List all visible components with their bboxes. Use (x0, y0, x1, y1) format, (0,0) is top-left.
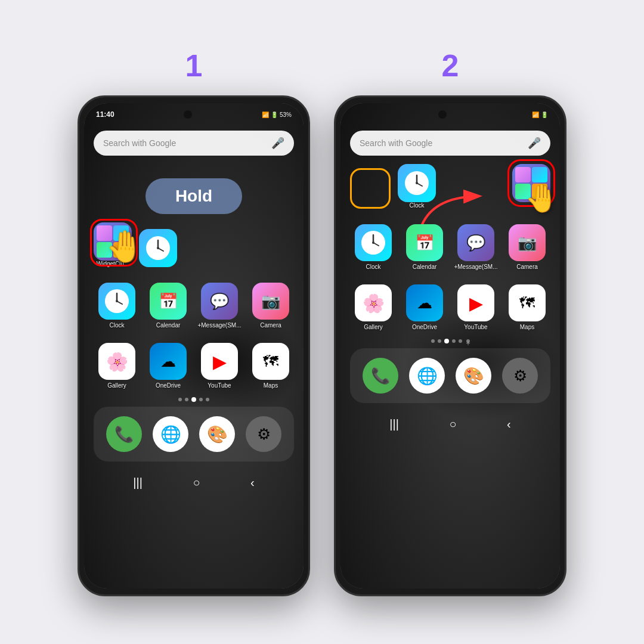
calendar-label-1: Calendar (156, 322, 181, 329)
message-icon-2: 💬 (457, 224, 494, 261)
battery-text-1: 53% (280, 112, 292, 118)
maps-label-1: Maps (264, 382, 278, 389)
dock-chrome-1[interactable]: 🌐 (150, 416, 191, 452)
gallery-label-1: Gallery (107, 382, 126, 389)
main-container: 1 11:40 📶 🔋 53% Search with Goog (54, 30, 590, 614)
chrome-icon-1: 🌐 (153, 416, 188, 452)
mic-icon-1: 🎤 (271, 137, 284, 150)
app-camera-1[interactable]: 📷 Camera (247, 283, 294, 329)
camera-icon-1: 📷 (252, 283, 289, 320)
step-1-number: 1 (185, 48, 203, 83)
app-clock-top-1[interactable] (139, 229, 177, 267)
app-message-2[interactable]: 💬 +Message(SM... (453, 224, 499, 270)
dock-settings-2[interactable]: ⚙ (499, 358, 541, 394)
search-bar-1[interactable]: Search with Google 🎤 (94, 131, 294, 156)
dock-photos-1[interactable]: 🎨 (196, 416, 238, 452)
phone-1-screen: 11:40 📶 🔋 53% Search with Google 🎤 (84, 103, 304, 589)
hand-cursor-2: 🤚 (525, 182, 559, 214)
maps-icon-2: 🗺 (509, 284, 546, 321)
nav-recents-2[interactable]: ||| (389, 417, 399, 431)
message-label-1: +Message(SM... (197, 322, 241, 329)
dock-phone-2[interactable]: 📞 (360, 358, 401, 394)
dock-settings-1[interactable]: ⚙ (243, 416, 284, 452)
status-icons-1: 📶 🔋 53% (262, 112, 292, 118)
app-clock-2[interactable]: Clock (350, 224, 397, 270)
camera-label-1: Camera (260, 322, 281, 329)
message-label-2: +Message(SM... (454, 264, 497, 270)
onedrive-icon-2: ☁ (406, 284, 443, 321)
clock-icon-2 (355, 224, 392, 261)
dock-photos-2[interactable]: 🎨 (453, 358, 494, 394)
hold-label: Hold (175, 187, 212, 205)
settings-icon-1: ⚙ (246, 416, 281, 452)
nav-dots-1 (84, 397, 304, 402)
nav-back-1[interactable]: ‹ (250, 476, 255, 490)
apps-row3-2: 🌸 Gallery ☁ OneDrive ▶ You (340, 275, 560, 330)
app-gallery-2[interactable]: 🌸 Gallery (350, 284, 397, 330)
step-1: 1 11:40 📶 🔋 53% Search with Goog (78, 48, 310, 596)
apps-row3-1: 🌸 Gallery ☁ OneDrive ▶ You (84, 333, 304, 389)
app-widgetclub-2[interactable]: 🤚 (512, 164, 550, 202)
phone-2-screen: 📶 🔋 Search with Google 🎤 (340, 103, 560, 589)
app-calendar-2[interactable]: 📅 Calendar (401, 224, 448, 270)
camera-icon-2: 📷 (509, 224, 546, 261)
app-calendar-1[interactable]: 📅 Calendar (145, 283, 191, 329)
svg-point-7 (116, 300, 118, 302)
status-bar-2: 📶 🔋 (340, 103, 560, 121)
nav-bar-2: ||| ○ ‹ (340, 413, 560, 439)
phone-icon-1: 📞 (106, 416, 142, 452)
gallery-label-2: Gallery (364, 324, 383, 330)
maps-label-2: Maps (520, 324, 534, 330)
mic-icon-2: 🎤 (528, 137, 541, 150)
nav-home-2[interactable]: ○ (449, 417, 456, 431)
svg-point-11 (416, 182, 418, 184)
settings-icon-2: ⚙ (502, 358, 538, 394)
app-onedrive-2[interactable]: ☁ OneDrive (401, 284, 448, 330)
calendar-label-2: Calendar (413, 264, 437, 270)
camera-notch-1 (184, 110, 192, 119)
app-widgetclub[interactable]: WidgetClu... 🤚 (94, 222, 132, 267)
svg-point-3 (157, 247, 159, 249)
apps-row2-1: Clock 📅 Calendar 💬 +Message(SM... (84, 273, 304, 329)
app-camera-2[interactable]: 📷 Camera (504, 224, 550, 270)
app-clock-1[interactable]: Clock (94, 283, 140, 329)
clock-label-1: Clock (109, 322, 124, 329)
search-placeholder-2: Search with Google (360, 138, 432, 148)
dock-1: 📞 🌐 🎨 ⚙ (94, 407, 294, 462)
dock-phone-1[interactable]: 📞 (103, 416, 145, 452)
app-message-1[interactable]: 💬 +Message(SM... (196, 283, 243, 329)
app-onedrive-1[interactable]: ☁ OneDrive (145, 343, 191, 389)
empty-slot (350, 168, 391, 209)
nav-recents-1[interactable]: ||| (133, 476, 143, 490)
step-2-number: 2 (442, 48, 459, 83)
gallery-icon-1: 🌸 (98, 343, 135, 380)
clock-top-icon-1 (139, 229, 177, 267)
onedrive-label-1: OneDrive (156, 382, 181, 389)
camera-label-2: Camera (516, 264, 538, 270)
nav-back-2[interactable]: ‹ (507, 417, 511, 431)
nav-home-1[interactable]: ○ (193, 476, 200, 490)
onedrive-label-2: OneDrive (412, 324, 437, 330)
app-maps-2[interactable]: 🗺 Maps (504, 284, 550, 330)
nav-bar-1: ||| ○ ‹ (84, 471, 304, 498)
phone-1: 11:40 📶 🔋 53% Search with Google 🎤 (78, 95, 310, 596)
dock-chrome-2[interactable]: 🌐 (406, 358, 448, 394)
nav-dots-2: + (340, 339, 560, 343)
app-youtube-1[interactable]: ▶ YouTube (196, 343, 243, 389)
clock-icon-1 (98, 283, 135, 320)
search-placeholder-1: Search with Google (103, 138, 176, 148)
dock-2: 📞 🌐 🎨 ⚙ (350, 348, 550, 403)
camera-notch-2 (438, 110, 447, 119)
youtube-label-2: YouTube (464, 324, 487, 330)
apps-row2-2: Clock 📅 Calendar 💬 +Message(SM... (340, 215, 560, 270)
app-maps-1[interactable]: 🗺 Maps (247, 343, 294, 389)
onedrive-icon-1: ☁ (150, 343, 187, 380)
photos-icon-1: 🎨 (199, 416, 235, 452)
app-youtube-2[interactable]: ▶ YouTube (453, 284, 499, 330)
top-row-2: Clock (340, 156, 560, 209)
search-bar-2[interactable]: Search with Google 🎤 (350, 131, 550, 156)
calendar-icon-2: 📅 (406, 224, 443, 261)
maps-icon-1: 🗺 (252, 343, 289, 380)
phone-2: 📶 🔋 Search with Google 🎤 (334, 95, 566, 596)
app-gallery-1[interactable]: 🌸 Gallery (94, 343, 140, 389)
